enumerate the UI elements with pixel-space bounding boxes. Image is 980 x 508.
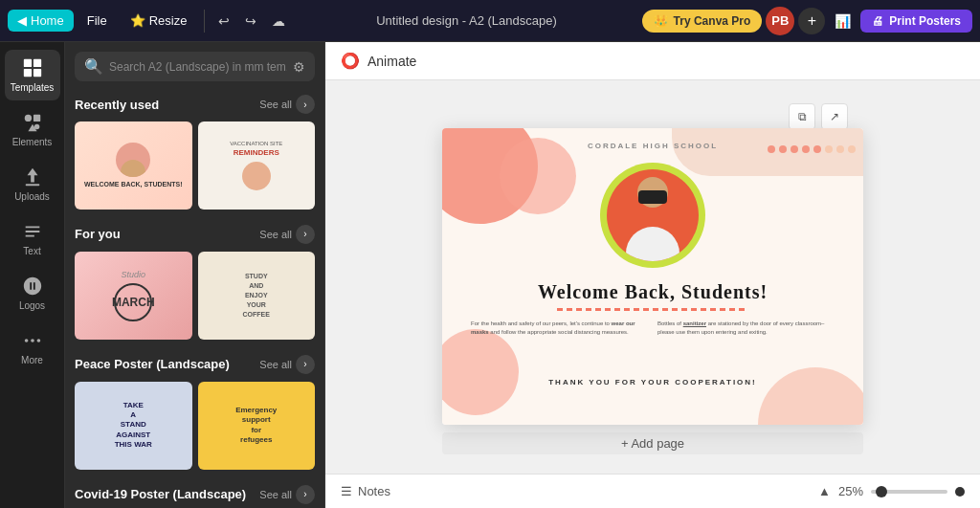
person-body [626,227,679,261]
template-march[interactable]: Studio MARCH [75,252,192,340]
sidebar-item-text[interactable]: Text [5,213,60,264]
notes-button[interactable]: ☰ Notes [341,484,390,498]
design-canvas[interactable]: CORDALE HIGH SCHOOL W [442,128,863,425]
peace-poster-header: Peace Poster (Landscape) See all › [75,355,315,374]
search-input[interactable] [109,60,287,74]
avatar-button[interactable]: PB [766,7,794,35]
zoom-dot [955,487,965,497]
svg-rect-7 [33,124,39,130]
resize-icon: ⭐ [130,13,145,28]
elements-icon [22,112,43,133]
template-take-stand[interactable]: TAKEASTANDAGAINSTTHIS WAR [75,382,192,470]
add-page-bar[interactable]: + Add page [442,432,863,454]
covid-poster-header: Covid-19 Poster (Landscape) See all › [75,485,315,504]
for-you-next[interactable]: › [296,225,315,244]
recently-used-header: Recently used See all › [75,95,315,114]
sidebar-item-uploads[interactable]: Uploads [5,159,60,210]
peace-poster-grid: TAKEASTANDAGAINSTTHIS WAR Emergencysuppo… [75,382,315,470]
avatar-ring [600,163,705,268]
filter-icon[interactable]: ⚙ [293,59,305,75]
file-button[interactable]: File [78,10,117,32]
for-you-header: For you See all › [75,225,315,244]
svg-rect-0 [23,59,31,67]
avatar-circle [607,169,699,261]
recently-used-next[interactable]: › [296,95,315,114]
decorative-dots [768,145,856,153]
person-mask [638,190,667,204]
body-text-container: For the health and safety of our peers, … [442,320,863,337]
dot-5 [813,145,821,153]
peace-poster-nav: See all › [259,355,315,374]
body-text-left: For the health and safety of our peers, … [471,320,648,337]
bg-shape-circle-pink [500,138,576,214]
topbar: ◀ Home File ⭐ Resize ↩ ↪ ☁ Untitled desi… [0,0,980,42]
home-button[interactable]: ◀ Home [8,10,74,32]
dot-1 [768,145,775,153]
zoom-controls: ▲ 25% [818,484,965,498]
resize-button[interactable]: ⭐ Resize [121,10,197,32]
logos-icon [22,276,43,297]
school-name: CORDALE HIGH SCHOOL [588,142,718,150]
sidebar-item-elements[interactable]: Elements [5,104,60,155]
animate-label: Animate [368,54,416,69]
animate-bar: ⭕ Animate [325,42,980,80]
canvas-toolbar: ⧉ ↗ [427,103,848,130]
templates-icon [22,57,43,78]
for-you-nav: See all › [259,225,315,244]
template-study-coffee[interactable]: STUDYANDENJOYYOURCOFFEE [198,252,316,340]
undo-button[interactable]: ↩ [212,10,235,33]
animate-icon: ⭕ [341,52,360,70]
home-arrow-icon: ◀ [17,13,27,28]
upload-icon [22,166,43,188]
peace-poster-title: Peace Poster (Landscape) [75,357,230,371]
for-you-see-all[interactable]: See all [259,229,292,240]
body-text-right: Bottles of sanitizer are stationed by th… [657,320,835,337]
sidebar-item-more[interactable]: More [5,322,60,373]
title-underline [557,308,748,311]
svg-rect-2 [23,69,31,77]
search-bar[interactable]: 🔍 ⚙ [75,52,315,81]
more-icon [22,330,43,351]
canvas-scroll[interactable]: ⧉ ↗ [325,80,980,474]
covid-poster-see-all[interactable]: See all [259,489,292,500]
recently-used-see-all[interactable]: See all [259,99,292,110]
templates-panel: 🔍 ⚙ Recently used See all › WELCOME BACK… [65,42,325,508]
covid-poster-title: Covid-19 Poster (Landscape) [75,487,246,501]
duplicate-page-button[interactable]: ⧉ [789,103,815,130]
redo-button[interactable]: ↪ [239,10,262,33]
svg-rect-3 [33,69,40,77]
sidebar-item-logos[interactable]: Logos [5,268,60,319]
dot-2 [779,145,787,153]
svg-point-4 [24,115,31,121]
canvas-area: ⭕ Animate ⧉ ↗ [325,42,980,508]
for-you-grid: Studio MARCH STUDYANDENJOYYOURCOFFEE [75,252,315,340]
dot-6 [825,145,833,153]
peace-poster-next[interactable]: › [296,355,315,374]
notes-icon: ☰ [341,484,352,498]
dot-3 [791,145,798,153]
recently-used-nav: See all › [259,95,315,114]
covid-poster-nav: See all › [259,485,315,504]
template-emergency[interactable]: Emergencysupportforrefugees [198,382,316,470]
zoom-slider[interactable] [871,490,947,494]
zoom-level: 25% [838,484,863,498]
svg-point-9 [24,339,28,342]
print-button[interactable]: 🖨 Print Posters [860,10,972,33]
add-to-canvas-button[interactable]: ↗ [821,103,848,130]
sidebar-item-templates[interactable]: Templates [5,50,60,100]
svg-point-10 [31,339,34,342]
dot-4 [802,145,810,153]
svg-point-11 [36,339,40,342]
template-vaccination[interactable]: VACCINATION SITE REMINDERS [198,121,316,210]
template-welcome-students[interactable]: WELCOME BACK, STUDENTS! [75,121,192,210]
analytics-button[interactable]: 📊 [829,10,857,33]
thank-you-text: THANK YOU FOR YOUR COOPERATION! [548,378,757,387]
covid-poster-next[interactable]: › [296,485,315,504]
bottom-bar: ☰ Notes ▲ 25% [325,474,980,508]
plus-button[interactable]: + [798,8,825,34]
try-canva-button[interactable]: 👑 Try Canva Pro [642,10,763,33]
printer-icon: 🖨 [872,14,883,28]
peace-poster-see-all[interactable]: See all [259,359,292,370]
cloud-save-button[interactable]: ☁ [266,10,291,33]
canvas-main-title: Welcome Back, Students! [509,281,796,303]
